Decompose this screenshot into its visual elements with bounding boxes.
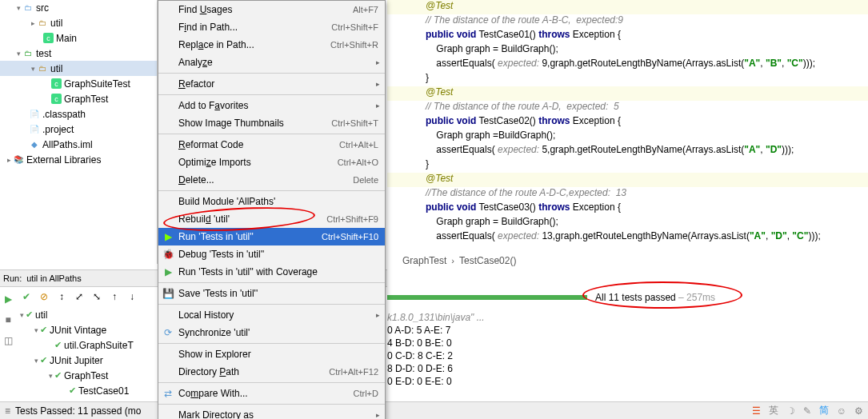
test-tree[interactable]: ▾✔util ▾✔JUnit Vintage ✔util.GraphSuiteT… (18, 307, 178, 398)
project-tree[interactable]: ▾🗀src ▸🗀util cMain ▾🗀test ▾🗀util cGraphS… (0, 0, 158, 264)
console-line: 0 E-D: 0 E-E: 0 (387, 376, 868, 389)
test-result-bar: All 11 tests passed – 257ms (387, 291, 857, 304)
menu-optimize-imports[interactable]: Optimize ImportsCtrl+Alt+O (158, 154, 385, 171)
save-icon: 💾 (162, 287, 174, 300)
code-line[interactable]: Graph graph =BuildGraph(); (387, 130, 868, 144)
test-root[interactable]: ▾✔util (18, 307, 178, 322)
layout-icon[interactable]: ◫ (0, 333, 16, 349)
crumb-class[interactable]: GraphTest (398, 255, 451, 266)
menu-compare[interactable]: ⇄Compare With...Ctrl+D (158, 385, 385, 402)
console-line: 0 A-D: 5 A-E: 7 (387, 325, 868, 337)
tray-icon[interactable]: ✎ (803, 405, 811, 417)
menu-add-favorites[interactable]: Add to Favorites▸ (158, 97, 385, 114)
menu-mark-directory[interactable]: Mark Directory as▸ (158, 406, 385, 419)
tray-icon[interactable]: ☰ (752, 405, 761, 417)
code-line[interactable]: } (387, 72, 868, 86)
tray-icon[interactable]: ☽ (786, 405, 795, 417)
tree-classpath[interactable]: 📄.classpath (0, 106, 157, 122)
test-graphsuite[interactable]: ✔util.GraphSuiteT (18, 337, 178, 353)
code-line[interactable]: @Test (387, 173, 868, 187)
test-vintage[interactable]: ▾✔JUnit Vintage (18, 322, 178, 337)
breadcrumb[interactable]: GraphTest›TestCase02() (398, 253, 521, 269)
code-line[interactable]: @Test (387, 86, 868, 101)
code-line[interactable]: public void TestCase01() throws Exceptio… (387, 29, 868, 43)
stop-icon[interactable]: ■ (0, 312, 16, 328)
code-line[interactable]: } (387, 158, 868, 173)
tree-main[interactable]: cMain (0, 30, 157, 46)
code-line[interactable]: // The distance of the route A-B-C, expe… (387, 14, 868, 29)
bug-icon: 🐞 (162, 248, 174, 261)
code-line[interactable]: // The distance of the route A-D, expect… (387, 101, 868, 115)
fail-icon[interactable]: ⊘ (35, 288, 53, 305)
sort-icon[interactable]: ↕ (53, 288, 70, 305)
code-line[interactable]: assertEquals( expected: 13,graph.getRout… (387, 230, 868, 245)
status-icon: ≡ (5, 405, 10, 417)
compare-icon: ⇄ (162, 387, 174, 400)
pass-icon[interactable]: ✔ (18, 288, 35, 305)
console-output[interactable]: k1.8.0_131\bin\java" ... 0 A-D: 5 A-E: 7… (387, 312, 868, 389)
menu-find-in-path[interactable]: Find in Path...Ctrl+Shift+F (158, 18, 385, 36)
tray-icon[interactable]: ⚙ (854, 405, 863, 417)
tree-iml[interactable]: ◆AllPaths.iml (0, 137, 157, 152)
code-line[interactable]: Graph graph = BuildGraph(); (387, 43, 868, 58)
rerun-icon[interactable]: ▶ (0, 291, 16, 307)
code-line[interactable]: //The distance of the route A-D-C,expect… (387, 187, 868, 202)
code-line[interactable]: @Test (387, 0, 868, 14)
menu-show-thumbnails[interactable]: Show Image ThumbnailsCtrl+Shift+T (158, 114, 385, 132)
tree-test[interactable]: ▾🗀test (0, 46, 157, 61)
crumb-method[interactable]: TestCase02() (454, 255, 521, 266)
tray-icon[interactable]: 英 (769, 404, 778, 417)
prev-icon[interactable]: ↑ (106, 288, 123, 305)
menu-rebuild[interactable]: Rebuild 'util'Ctrl+Shift+F9 (158, 210, 385, 228)
console-line: 8 D-D: 0 D-E: 6 (387, 363, 868, 376)
test-graphtest[interactable]: ▾✔GraphTest (18, 368, 178, 383)
menu-refactor[interactable]: Refactor▸ (158, 75, 385, 93)
menu-replace-in-path[interactable]: Replace in Path...Ctrl+Shift+R (158, 36, 385, 54)
test-case01[interactable]: ✔TestCase01 (18, 383, 178, 398)
menu-analyze[interactable]: Analyze▸ (158, 54, 385, 71)
expand-icon[interactable]: ⤢ (70, 288, 88, 305)
menu-directory-path[interactable]: Directory PathCtrl+Alt+F12 (158, 363, 385, 381)
code-line[interactable]: public void TestCase02() throws Exceptio… (387, 115, 868, 130)
tree-util-test[interactable]: ▾🗀util (0, 61, 157, 76)
menu-find-usages[interactable]: Find UsagesAlt+F7 (158, 1, 385, 18)
context-menu: Find UsagesAlt+F7 Find in Path...Ctrl+Sh… (158, 0, 386, 419)
progress-bar (387, 295, 587, 300)
sync-icon: ⟳ (162, 326, 174, 339)
code-editor[interactable]: @Test// The distance of the route A-B-C,… (387, 0, 868, 249)
menu-synchronize[interactable]: ⟳Synchronize 'util' (158, 324, 385, 341)
menu-show-in-explorer[interactable]: Show in Explorer (158, 345, 385, 363)
pass-text: All 11 tests passed (595, 292, 676, 303)
status-bar: ≡ Tests Passed: 11 passed (mo (0, 401, 868, 419)
run-label: Run: (3, 273, 22, 283)
tree-external-libs[interactable]: ▸📚External Libraries (0, 152, 157, 167)
console-line: k1.8.0_131\bin\java" ... (387, 312, 868, 325)
menu-delete[interactable]: Delete...Delete (158, 171, 385, 189)
run-icon: ▶ (162, 230, 174, 243)
system-tray: ☰ 英 ☽ ✎ 简 ☺ ⚙ (752, 404, 863, 417)
run-gutter: ▶ ■ ◫ (0, 291, 16, 353)
menu-reformat[interactable]: Reformat CodeCtrl+Alt+L (158, 136, 385, 154)
collapse-icon[interactable]: ⤡ (88, 288, 106, 305)
code-line[interactable]: assertEquals( expected: 5,graph.getRoute… (387, 144, 868, 158)
menu-local-history[interactable]: Local History▸ (158, 306, 385, 324)
pass-time: – 257ms (676, 292, 715, 303)
menu-run-tests[interactable]: ▶Run 'Tests in 'util''Ctrl+Shift+F10 (158, 228, 385, 245)
tree-graphsuitetest[interactable]: cGraphSuiteTest (0, 76, 157, 91)
tray-icon[interactable]: 简 (819, 404, 829, 417)
console-line: 4 B-D: 0 B-E: 0 (387, 337, 868, 350)
code-line[interactable]: Graph graph = BuildGraph(); (387, 216, 868, 230)
code-line[interactable]: public void TestCase03() throws Exceptio… (387, 202, 868, 216)
tree-util[interactable]: ▸🗀util (0, 15, 157, 30)
next-icon[interactable]: ↓ (123, 288, 141, 305)
test-jupiter[interactable]: ▾✔JUnit Jupiter (18, 353, 178, 368)
menu-coverage[interactable]: ▶Run 'Tests in 'util'' with Coverage (158, 263, 385, 281)
menu-save-tests[interactable]: 💾Save 'Tests in 'util'' (158, 285, 385, 302)
menu-build-module[interactable]: Build Module 'AllPaths' (158, 193, 385, 210)
tree-project[interactable]: 📄.project (0, 122, 157, 137)
code-line[interactable]: assertEquals( expected: 9,graph.getRoute… (387, 58, 868, 72)
tree-src[interactable]: ▾🗀src (0, 0, 157, 15)
tree-graphtest[interactable]: cGraphTest (0, 91, 157, 106)
tray-icon[interactable]: ☺ (837, 405, 846, 417)
menu-debug-tests[interactable]: 🐞Debug 'Tests in 'util'' (158, 245, 385, 263)
